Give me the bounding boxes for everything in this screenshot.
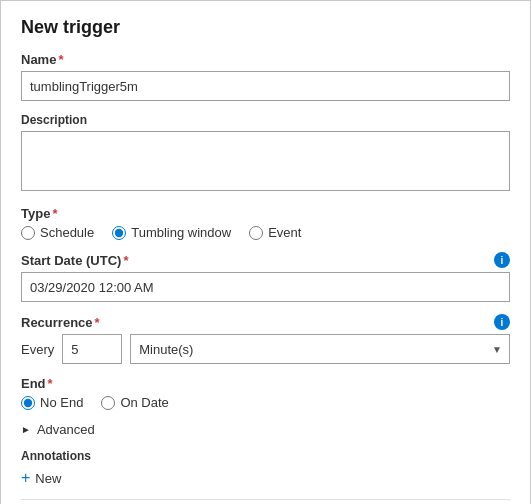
end-on-date-label: On Date [120,395,168,410]
name-label: Name * [21,52,63,67]
recurrence-unit-select[interactable]: Minute(s) Hour(s) Day(s) [130,334,510,364]
type-event-label: Event [268,225,301,240]
divider [21,499,510,500]
new-annotation-button[interactable]: + New [21,469,61,487]
end-required: * [48,376,53,391]
start-date-field-group: Start Date (UTC) * i [21,252,510,302]
type-required: * [52,206,57,221]
type-tumbling-label: Tumbling window [131,225,231,240]
end-no-end-label: No End [40,395,83,410]
name-input[interactable] [21,71,510,101]
description-label: Description [21,113,87,127]
annotations-label: Annotations [21,449,510,463]
recurrence-value-input[interactable] [62,334,122,364]
new-trigger-dialog: New trigger Name * Description Type * Sc… [0,0,531,504]
name-required: * [58,52,63,67]
type-tumbling-option[interactable]: Tumbling window [112,225,231,240]
description-field-group: Description [21,113,510,194]
end-no-end-option[interactable]: No End [21,395,83,410]
annotations-section: Annotations + New [21,449,510,487]
name-field-group: Name * [21,52,510,101]
type-schedule-option[interactable]: Schedule [21,225,94,240]
recurrence-unit-wrapper: Minute(s) Hour(s) Day(s) ▼ [130,334,510,364]
type-label: Type * [21,206,510,221]
type-radio-group: Schedule Tumbling window Event [21,225,510,240]
recurrence-info-icon[interactable]: i [494,314,510,330]
recurrence-label: Recurrence * [21,315,100,330]
description-input[interactable] [21,131,510,191]
new-annotation-label: New [35,471,61,486]
type-schedule-label: Schedule [40,225,94,240]
type-event-option[interactable]: Event [249,225,301,240]
end-on-date-option[interactable]: On Date [101,395,168,410]
start-date-input[interactable] [21,272,510,302]
start-date-info-icon[interactable]: i [494,252,510,268]
end-radio-group: No End On Date [21,395,510,410]
advanced-label: Advanced [37,422,95,437]
plus-icon: + [21,469,30,487]
end-label: End * [21,376,510,391]
dialog-title: New trigger [21,17,510,38]
recurrence-field-group: Recurrence * i Every Minute(s) Hour(s) D… [21,314,510,364]
advanced-section[interactable]: ► Advanced [21,422,510,437]
recurrence-required: * [95,315,100,330]
start-date-required: * [123,253,128,268]
end-field-group: End * No End On Date [21,376,510,410]
recurrence-row: Every Minute(s) Hour(s) Day(s) ▼ [21,334,510,364]
chevron-right-icon: ► [21,424,31,435]
type-field-group: Type * Schedule Tumbling window Event [21,206,510,240]
every-label: Every [21,342,54,357]
start-date-label: Start Date (UTC) * [21,253,128,268]
